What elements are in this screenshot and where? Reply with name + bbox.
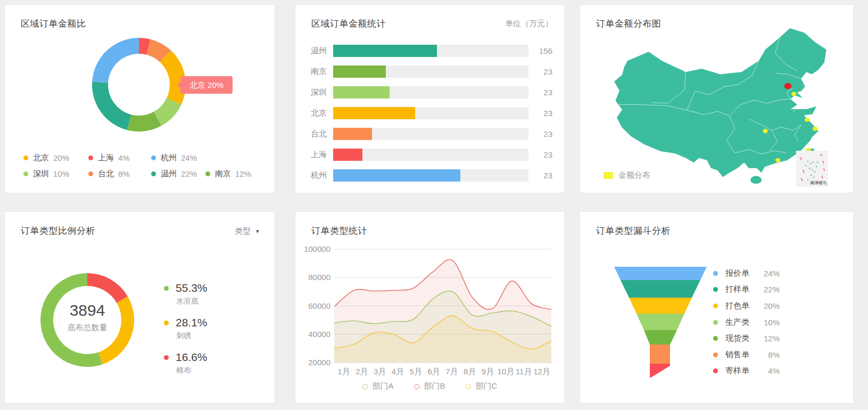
y-tick-label: 100000: [304, 244, 330, 253]
bar-rows: 温州156南京23深圳23北京23台北23上海23杭州23: [311, 45, 552, 190]
line-legend-item-部门C[interactable]: 部门C: [466, 381, 498, 391]
map-marker-yellow[interactable]: [805, 118, 809, 122]
bar-北京[interactable]: [333, 107, 415, 119]
legend-item-温州[interactable]: 温州22%: [151, 166, 197, 182]
bar-category-label: 深圳: [311, 87, 333, 97]
x-tick-label: 8月: [464, 367, 476, 376]
legend-item-杭州[interactable]: 杭州24%: [151, 150, 197, 166]
funnel-legend-item-寄样单[interactable]: 寄样单4%: [713, 363, 780, 380]
x-tick-label: 9月: [482, 367, 494, 376]
bar-台北[interactable]: [333, 128, 372, 140]
legend-label: 部门C: [476, 381, 498, 391]
legend-label: 现货类: [725, 333, 757, 343]
bar-value: 23: [528, 129, 552, 138]
panel-type-funnel: 订单类型漏斗分析 报价单24%打样单22%打色单20%生产类10%现货类12%销…: [580, 211, 854, 404]
bar-track: [333, 45, 528, 57]
hainan-island[interactable]: [750, 176, 762, 184]
bar-track: [333, 169, 528, 182]
donut-tooltip-text: 北京 20%: [189, 80, 224, 89]
funnel-band-报价单[interactable]: [614, 267, 707, 280]
x-tick-label: 6月: [427, 367, 440, 376]
legend-label: 打色单: [725, 301, 757, 311]
line-chart[interactable]: 200004000060000800001000001月2月3月4月5月6月7月…: [295, 212, 564, 403]
bar-category-label: 台北: [311, 129, 333, 139]
map-legend-swatch: [604, 172, 613, 179]
legend-label: 报价单: [725, 268, 757, 278]
bar-category-label: 杭州: [311, 170, 333, 181]
legend-item-北京[interactable]: 北京20%: [23, 150, 69, 166]
stat-percent: 55.3%: [176, 282, 208, 294]
funnel-legend-item-生产类[interactable]: 生产类10%: [713, 314, 780, 331]
funnel-legend-item-打样单[interactable]: 打样单22%: [713, 282, 780, 298]
bar-category-label: 南京: [311, 67, 333, 77]
funnel-band-生产类[interactable]: [636, 314, 684, 330]
total-value: 3894: [40, 301, 134, 319]
bar-深圳[interactable]: [333, 86, 390, 99]
bar-value: 23: [528, 88, 552, 97]
bar-row-杭州: 杭州23: [311, 169, 552, 182]
line-legend-item-部门B[interactable]: 部门B: [414, 381, 445, 391]
stat-label: 刺绣: [176, 331, 208, 341]
funnel-band-销售单[interactable]: [650, 345, 670, 364]
total-label: 底布总数量: [40, 323, 134, 333]
legend-dot: [23, 171, 28, 176]
bar-track: [333, 65, 528, 78]
map-legend[interactable]: 金额分布: [604, 170, 650, 181]
dashboard: 区域订单金额比 北京 20% 北京20%上海4%杭州24%深圳10%台北8%温州…: [0, 0, 868, 410]
map-marker-red[interactable]: [784, 83, 792, 89]
bar-温州[interactable]: [333, 45, 437, 57]
bar-track: [333, 128, 528, 140]
bar-value: 23: [528, 171, 552, 180]
map-marker-yellow[interactable]: [775, 158, 780, 162]
funnel-band-现货类[interactable]: [644, 330, 677, 345]
stat-row: 55.3%: [164, 281, 208, 295]
legend-label: 生产类: [725, 317, 757, 327]
donut-slice-温州[interactable]: [92, 81, 131, 130]
legend-item-南京[interactable]: 南京12%: [205, 166, 251, 182]
legend-item-上海[interactable]: 上海4%: [88, 150, 130, 166]
legend-label: 温州: [161, 169, 177, 179]
map-marker-yellow[interactable]: [791, 92, 796, 96]
legend-item-深圳[interactable]: 深圳10%: [23, 166, 69, 182]
donut-slice-棉布[interactable]: [87, 273, 128, 303]
legend-dot: [713, 271, 718, 276]
legend-label: 上海: [98, 153, 114, 163]
legend-value: 4%: [118, 153, 130, 162]
x-tick-label: 10月: [498, 367, 515, 376]
bar-row-温州: 温州156: [311, 45, 552, 57]
funnel-legend-item-打色单[interactable]: 打色单20%: [713, 298, 780, 314]
donut-tooltip: 北京 20%: [180, 76, 233, 94]
map-marker-yellow[interactable]: [763, 129, 767, 133]
china-map[interactable]: [614, 28, 826, 177]
legend-value: 20%: [757, 301, 780, 310]
legend-dot: [23, 155, 28, 160]
bar-杭州[interactable]: [333, 169, 460, 182]
donut-slice-杭州[interactable]: [92, 38, 139, 83]
legend-label: 打样单: [725, 284, 757, 294]
map-marker-yellow[interactable]: [813, 127, 817, 131]
x-tick-label: 12月: [533, 367, 550, 376]
legend-value: 8%: [118, 169, 130, 178]
funnel-legend-item-销售单[interactable]: 销售单8%: [713, 347, 780, 363]
funnel-legend-item-现货类[interactable]: 现货类12%: [713, 330, 780, 347]
funnel-band-寄样单[interactable]: [650, 364, 670, 378]
stat-dot: [164, 355, 169, 360]
line-legend-item-部门A[interactable]: 部门A: [362, 381, 394, 391]
legend-value: 10%: [757, 318, 780, 327]
legend-dot: [88, 155, 93, 160]
legend-value: 8%: [757, 350, 780, 359]
funnel-band-打色单[interactable]: [629, 298, 692, 314]
funnel-legend-item-报价单[interactable]: 报价单24%: [713, 265, 780, 282]
legend-value: 22%: [181, 169, 197, 178]
map-legend-label: 金额分布: [618, 170, 650, 181]
bar-南京[interactable]: [333, 65, 386, 78]
legend-label: 寄样单: [725, 366, 757, 376]
legend-item-台北[interactable]: 台北8%: [88, 166, 130, 182]
legend-ring: [414, 384, 419, 389]
panel-type-line: 订单类型统计 200004000060000800001000001月2月3月4…: [295, 211, 565, 404]
inset-label: 南海诸岛: [810, 180, 827, 186]
panel-region-bars: 区域订单金额统计 单位（万元） 温州156南京23深圳23北京23台北23上海2…: [295, 4, 565, 193]
legend-label: 销售单: [725, 350, 757, 360]
funnel-band-打样单[interactable]: [621, 280, 700, 298]
bar-上海[interactable]: [333, 149, 362, 161]
